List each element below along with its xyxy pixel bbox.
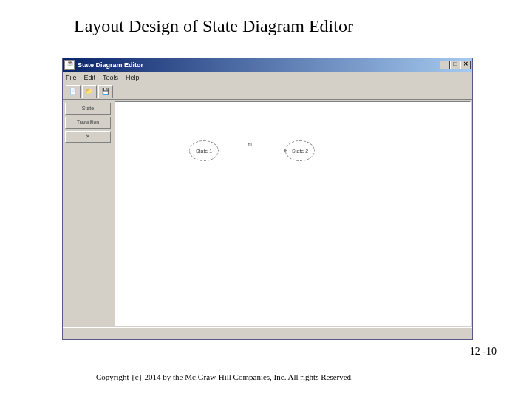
transition-line[interactable] bbox=[219, 151, 285, 151]
transition-label: t1 bbox=[248, 142, 253, 147]
menu-edit[interactable]: Edit bbox=[84, 74, 96, 81]
save-file-icon[interactable]: 💾 bbox=[98, 85, 113, 98]
window-buttons: _ □ ✕ bbox=[440, 61, 471, 69]
new-file-icon[interactable]: 📄 bbox=[66, 85, 81, 98]
close-button[interactable]: ✕ bbox=[460, 61, 471, 69]
transition-tool-button[interactable]: Transition bbox=[65, 117, 111, 129]
window-title: State Diagram Editor bbox=[78, 61, 143, 69]
menubar: File Edit Tools Help bbox=[63, 72, 472, 83]
transition-arrowhead-icon bbox=[284, 149, 287, 153]
delete-tool-button[interactable]: ✕ bbox=[65, 131, 111, 143]
slide-title: Layout Design of State Diagram Editor bbox=[0, 0, 532, 36]
menu-file[interactable]: File bbox=[66, 74, 77, 81]
titlebar: State Diagram Editor _ □ ✕ bbox=[63, 58, 472, 72]
state-node-2[interactable]: State 2 bbox=[285, 140, 315, 161]
page-number: 12 -10 bbox=[470, 346, 497, 358]
menu-tools[interactable]: Tools bbox=[103, 74, 118, 81]
toolbar: 📄 📁 💾 bbox=[63, 83, 472, 100]
state-node-1[interactable]: State 1 bbox=[189, 140, 219, 161]
java-icon bbox=[64, 60, 75, 70]
open-file-icon[interactable]: 📁 bbox=[82, 85, 97, 98]
work-area: State Transition ✕ State 1 State 2 t1 bbox=[63, 100, 472, 327]
tool-palette: State Transition ✕ bbox=[63, 100, 113, 327]
copyright-text: Copyright {c} 2014 by the Mc.Graw-Hill C… bbox=[96, 372, 353, 381]
state-tool-button[interactable]: State bbox=[65, 103, 111, 115]
minimize-button[interactable]: _ bbox=[440, 61, 450, 69]
drawing-canvas[interactable]: State 1 State 2 t1 bbox=[115, 101, 471, 326]
app-window: State Diagram Editor _ □ ✕ File Edit Too… bbox=[62, 58, 473, 340]
statusbar bbox=[63, 327, 472, 339]
maximize-button[interactable]: □ bbox=[450, 61, 460, 69]
menu-help[interactable]: Help bbox=[126, 74, 140, 81]
